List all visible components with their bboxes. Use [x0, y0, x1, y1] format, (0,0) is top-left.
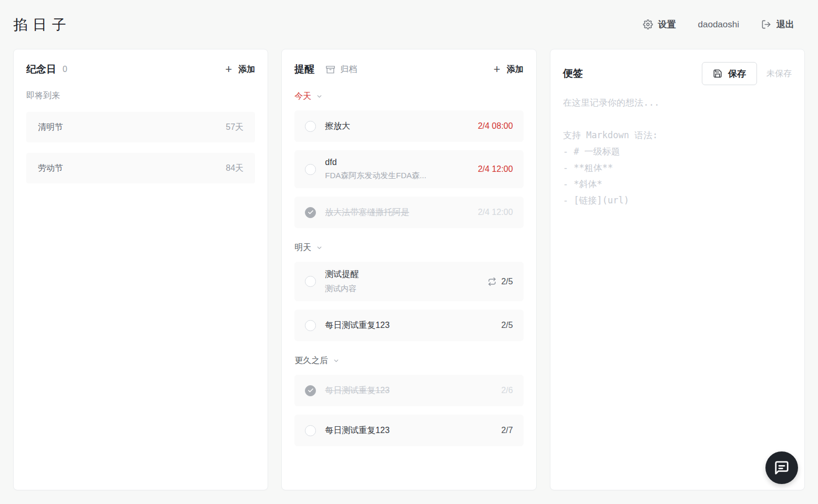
- plus-icon: +: [494, 64, 500, 75]
- check-icon: [308, 209, 314, 215]
- reminder-item[interactable]: 放大法带塞缝撒托阿是 2/4 12:00: [294, 197, 523, 228]
- reminder-checkbox[interactable]: [305, 320, 316, 331]
- settings-label: 设置: [658, 18, 676, 30]
- anniversary-item[interactable]: 清明节 57天: [26, 112, 255, 142]
- reminder-item[interactable]: dfd FDA森阿东发动发生FDA森... 2/4 12:00: [294, 150, 523, 188]
- anniversary-card-header: 纪念日 0 + 添加: [26, 62, 255, 77]
- app-header: 掐日子 设置 daodaoshi 退出: [0, 0, 818, 49]
- logout-icon: [761, 19, 771, 29]
- reminder-item-time: 2/4 12:00: [478, 208, 513, 217]
- reminder-section: 更久之后 每日测试重复123 2/6 每日测试重复123: [294, 355, 523, 446]
- reminder-item-body: 放大法带塞缝撒托阿是: [325, 207, 472, 218]
- reminder-item-time: 2/5: [501, 321, 513, 330]
- app-title: 掐日子: [13, 15, 71, 34]
- save-button[interactable]: 保存: [702, 62, 757, 85]
- reminders-title: 提醒: [294, 63, 314, 76]
- username: daodaoshi: [698, 19, 739, 30]
- reminder-item[interactable]: 每日测试重复123 2/6: [294, 375, 523, 406]
- anniversary-list: 清明节 57天 劳动节 84天: [26, 112, 255, 183]
- archive-label: 归档: [340, 64, 357, 75]
- reminder-item-time-text: 2/5: [501, 321, 513, 330]
- reminder-checkbox[interactable]: [305, 121, 316, 132]
- reminder-section-items: 擦放大 2/4 08:00 dfd FDA森阿东发动发生FDA森... 2/4 …: [294, 110, 523, 228]
- reminder-section-header[interactable]: 更久之后: [294, 355, 523, 366]
- anniversary-title: 纪念日: [26, 63, 56, 76]
- chevron-down-icon: [316, 93, 323, 100]
- save-status: 未保存: [766, 68, 792, 79]
- reminder-item-body: 每日测试重复123: [325, 385, 495, 396]
- anniversary-card: 纪念日 0 + 添加 即将到来 清明节 57天 劳动节 84天: [13, 49, 268, 490]
- reminder-item-title: 每日测试重复123: [325, 425, 495, 436]
- reminder-item-time: 2/4 08:00: [478, 121, 513, 131]
- repeat-icon: [488, 277, 496, 286]
- reminder-item-title: 每日测试重复123: [325, 320, 495, 331]
- add-anniversary-button[interactable]: + 添加: [225, 64, 255, 75]
- reminder-section-items: 每日测试重复123 2/6 每日测试重复123 2/7: [294, 375, 523, 446]
- chevron-down-icon: [316, 244, 323, 251]
- reminder-item[interactable]: 每日测试重复123 2/5: [294, 310, 523, 341]
- anniversary-name: 清明节: [38, 122, 63, 133]
- notes-input[interactable]: [563, 95, 792, 476]
- reminders-card-header: 提醒 归档 + 添加: [294, 62, 523, 77]
- logout-button[interactable]: 退出: [761, 18, 794, 30]
- upcoming-label: 即将到来: [26, 90, 255, 101]
- add-reminder-button[interactable]: + 添加: [494, 64, 524, 75]
- reminder-item[interactable]: 擦放大 2/4 08:00: [294, 110, 523, 142]
- save-label: 保存: [728, 68, 746, 80]
- reminder-item-title: 擦放大: [325, 121, 472, 132]
- chat-fab-button[interactable]: [765, 451, 798, 484]
- reminder-item-time-text: 2/4 08:00: [478, 121, 513, 131]
- reminder-item-time-text: 2/4 12:00: [478, 164, 513, 174]
- settings-button[interactable]: 设置: [643, 18, 676, 30]
- notes-title: 便签: [563, 67, 583, 80]
- reminder-sections: 今天 擦放大 2/4 08:00 dfd FDA森阿东发动发生FDA森...: [294, 91, 523, 446]
- reminder-item-time-text: 2/5: [501, 277, 513, 286]
- reminder-section: 明天 测试提醒 测试内容 2/5 每日测试重复123: [294, 242, 523, 341]
- reminder-item-time-text: 2/4 12:00: [478, 208, 513, 217]
- reminders-card: 提醒 归档 + 添加 今天 擦放大: [281, 49, 536, 490]
- archive-icon: [326, 65, 335, 74]
- save-icon: [713, 69, 722, 78]
- reminder-item-title: 放大法带塞缝撒托阿是: [325, 207, 472, 218]
- reminder-section-label: 今天: [294, 91, 311, 102]
- check-icon: [308, 387, 314, 394]
- reminder-item-body: 擦放大: [325, 121, 472, 132]
- reminder-section-label: 明天: [294, 242, 311, 253]
- reminder-item-body: 测试提醒 测试内容: [325, 269, 482, 294]
- anniversary-count: 0: [63, 65, 67, 74]
- reminder-section-label: 更久之后: [294, 355, 328, 366]
- reminder-checkbox[interactable]: [305, 164, 316, 175]
- reminder-section-header[interactable]: 明天: [294, 242, 523, 253]
- plus-icon: +: [225, 64, 232, 75]
- reminder-checkbox[interactable]: [305, 207, 316, 218]
- add-reminder-label: 添加: [507, 64, 524, 75]
- reminder-item-subtitle: 测试内容: [325, 284, 482, 294]
- reminder-item-time: 2/7: [501, 426, 513, 435]
- anniversary-days-left: 57天: [226, 122, 244, 133]
- reminder-checkbox[interactable]: [305, 425, 316, 436]
- archive-button[interactable]: 归档: [326, 64, 357, 75]
- reminder-item-title: 每日测试重复123: [325, 385, 495, 396]
- reminder-item-subtitle: FDA森阿东发动发生FDA森...: [325, 171, 472, 181]
- reminder-item-title: 测试提醒: [325, 269, 482, 280]
- reminder-item[interactable]: 测试提醒 测试内容 2/5: [294, 262, 523, 301]
- chat-icon: [774, 460, 790, 476]
- notes-card: 便签 保存 未保存: [550, 49, 805, 490]
- reminder-checkbox[interactable]: [305, 385, 316, 396]
- reminder-item-time-text: 2/6: [501, 386, 513, 395]
- notes-card-header: 便签 保存 未保存: [563, 62, 792, 85]
- anniversary-name: 劳动节: [38, 163, 63, 174]
- gear-icon: [643, 19, 653, 29]
- reminder-item-body: 每日测试重复123: [325, 320, 495, 331]
- reminder-item-body: 每日测试重复123: [325, 425, 495, 436]
- reminder-item-title: dfd: [325, 158, 472, 167]
- header-actions: 设置 daodaoshi 退出: [643, 18, 805, 30]
- reminder-section-header[interactable]: 今天: [294, 91, 523, 102]
- reminder-item[interactable]: 每日测试重复123 2/7: [294, 415, 523, 446]
- logout-label: 退出: [776, 18, 794, 30]
- anniversary-item[interactable]: 劳动节 84天: [26, 153, 255, 183]
- reminder-section: 今天 擦放大 2/4 08:00 dfd FDA森阿东发动发生FDA森...: [294, 91, 523, 228]
- chevron-down-icon: [333, 357, 340, 364]
- add-anniversary-label: 添加: [238, 64, 255, 75]
- reminder-checkbox[interactable]: [305, 276, 316, 287]
